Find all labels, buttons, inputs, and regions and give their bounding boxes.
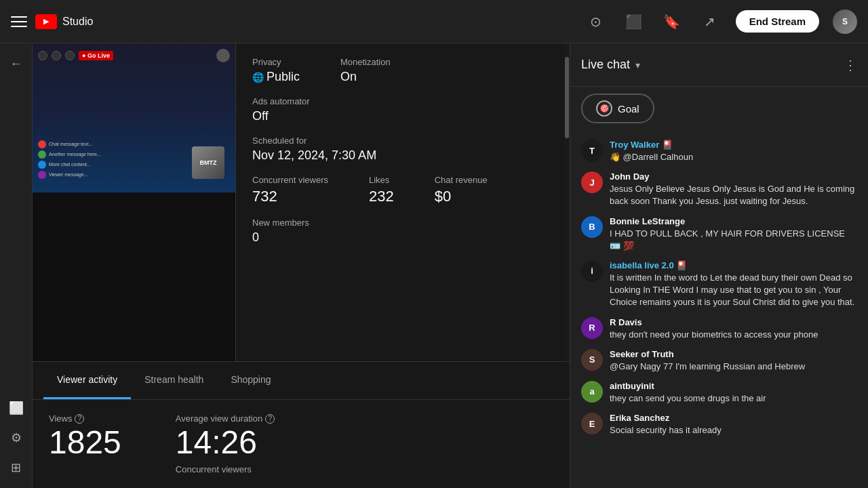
message-avatar: E	[581, 413, 603, 434]
message-avatar: T	[581, 140, 603, 161]
detail-row-scheduled: Scheduled for Nov 12, 2024, 7:30 AM	[252, 136, 548, 163]
message-author: isabella live 2.0 🎴	[610, 260, 857, 270]
stats-area: Views ? 1825 Average view duration ? 14:…	[33, 399, 570, 488]
monetization-value: On	[340, 70, 391, 84]
chat-message: JJohn DayJesus Only Believe Jesus Only J…	[570, 167, 868, 211]
detail-row-privacy: Privacy 🌐 Public Monetization On	[252, 57, 548, 84]
goal-button[interactable]: 🎯 Goal	[581, 94, 654, 123]
grid-icon[interactable]: ⊞	[4, 455, 28, 480]
monetization-icon[interactable]: ⊙	[584, 9, 608, 34]
goal-label: Goal	[618, 103, 639, 115]
stream-details: Privacy 🌐 Public Monetization On Ads aut…	[236, 43, 564, 361]
live-badge: ● Go Live	[79, 51, 113, 60]
message-content: Seeker of Truth@Gary Nagy 77 I'm learnin…	[610, 349, 805, 373]
chat-message: RR Davisthey don't need your biometrics …	[570, 313, 868, 345]
views-label: Views ?	[49, 413, 121, 424]
message-content: R Davisthey don't need your biometrics t…	[610, 317, 818, 341]
tabs-bar: Viewer activity Stream health Shopping	[33, 361, 570, 399]
message-text: Jesus Only Believe Jesus Only Jesus is G…	[610, 183, 857, 207]
chat-dropdown-icon[interactable]: ▾	[635, 60, 640, 70]
chat-message: EErika SanchezSocial security has it alr…	[570, 409, 868, 441]
chat-title-area: Live chat ▾	[581, 58, 640, 72]
logo-area: Studio	[35, 14, 93, 29]
concurrent-item: Concurrent viewers 732	[252, 175, 328, 205]
message-content: aintbuyinitthey can send you some drugs …	[610, 381, 766, 405]
privacy-label: Privacy	[252, 57, 300, 67]
message-author: Erika Sanchez	[610, 413, 722, 423]
message-text: they don't need your biometrics to acces…	[610, 329, 818, 341]
likes-item: Likes 232	[369, 175, 394, 205]
chat-header: Live chat ▾ ⋮	[570, 43, 868, 87]
settings-icon[interactable]: ⚙	[4, 426, 28, 450]
message-author: aintbuyinit	[610, 381, 766, 391]
stream-info-area: ● Go Live Chat message text... Anot	[33, 43, 570, 361]
video-icon[interactable]: ⬛	[622, 9, 646, 34]
center-scrollbar[interactable]	[564, 43, 570, 361]
avg-duration-block: Average view duration ? 14:26 Concurrent…	[176, 413, 275, 474]
tab-viewer-activity[interactable]: Viewer activity	[43, 362, 131, 399]
concurrent-sub-label: Concurrent viewers	[176, 464, 275, 474]
avg-duration-info-icon[interactable]: ?	[265, 414, 275, 424]
scheduled-item: Scheduled for Nov 12, 2024, 7:30 AM	[252, 136, 376, 163]
avg-duration-value: 14:26	[176, 426, 275, 459]
nav-left: Studio	[11, 14, 573, 30]
detail-row-members: New members 0	[252, 218, 548, 245]
preview-chat-list: Chat message text... Another message her…	[38, 140, 230, 179]
external-link-icon[interactable]: ⬜	[4, 396, 28, 420]
message-avatar: B	[581, 216, 603, 238]
message-avatar: i	[581, 260, 603, 282]
concurrent-value: 732	[252, 188, 328, 205]
bookmark-icon[interactable]: 🔖	[660, 9, 684, 34]
chat-message: BBonnie LeStrangeI HAD TO PULL BACK , MY…	[570, 212, 868, 256]
ads-item: Ads automator Off	[252, 96, 310, 123]
views-info-icon[interactable]: ?	[75, 414, 84, 424]
revenue-label: Chat revenue	[435, 175, 488, 185]
studio-text: Studio	[62, 16, 93, 28]
message-author: Seeker of Truth	[610, 349, 805, 359]
end-stream-button[interactable]: End Stream	[736, 10, 819, 33]
preview-panel: ● Go Live Chat message text... Anot	[33, 43, 236, 361]
tab-stream-health[interactable]: Stream health	[131, 362, 217, 399]
ads-value: Off	[252, 109, 310, 123]
message-author: R Davis	[610, 317, 818, 327]
message-text: I HAD TO PULL BACK , MY HAIR FOR DRIVERS…	[610, 228, 857, 252]
scroll-thumb	[565, 57, 569, 138]
message-content: Troy Walker 🎴👋 @Darrell Calhoun	[610, 140, 693, 163]
chat-message: aaintbuyinitthey can send you some drugs…	[570, 377, 868, 409]
detail-row-ads: Ads automator Off	[252, 96, 548, 123]
message-text: Social security has it already	[610, 424, 722, 436]
message-author: Bonnie LeStrange	[610, 216, 857, 226]
members-label: New members	[252, 218, 309, 228]
members-value: 0	[252, 230, 309, 245]
tab-shopping[interactable]: Shopping	[217, 362, 284, 399]
scheduled-value: Nov 12, 2024, 7:30 AM	[252, 148, 376, 163]
privacy-item: Privacy 🌐 Public	[252, 57, 300, 84]
share-icon[interactable]: ↗	[698, 9, 722, 34]
back-button[interactable]: ←	[4, 52, 28, 76]
message-avatar: S	[581, 349, 603, 371]
right-chat-panel: Live chat ▾ ⋮ 🎯 Goal TTroy Walker 🎴👋 @Da…	[570, 43, 868, 488]
message-author: Troy Walker 🎴	[610, 140, 693, 150]
chat-messages: TTroy Walker 🎴👋 @Darrell CalhounJJohn Da…	[570, 130, 868, 488]
top-navigation: Studio ⊙ ⬛ 🔖 ↗ End Stream S	[0, 0, 868, 43]
message-text: 👋 @Darrell Calhoun	[610, 151, 693, 163]
hamburger-menu[interactable]	[11, 14, 27, 30]
chat-message: SSeeker of Truth@Gary Nagy 77 I'm learni…	[570, 345, 868, 377]
main-layout: ← ⬜ ⚙ ⊞ ● Go Live	[0, 43, 868, 488]
scheduled-label: Scheduled for	[252, 136, 376, 146]
chat-message: iisabella live 2.0 🎴It is written In the…	[570, 256, 868, 313]
user-avatar[interactable]: S	[833, 9, 857, 34]
youtube-icon	[35, 14, 57, 29]
preview-inner: ● Go Live Chat message text... Anot	[33, 43, 235, 192]
message-content: Bonnie LeStrangeI HAD TO PULL BACK , MY …	[610, 216, 857, 252]
avg-duration-label: Average view duration ?	[176, 413, 275, 424]
members-item: New members 0	[252, 218, 309, 245]
revenue-item: Chat revenue $0	[435, 175, 488, 205]
message-content: Erika SanchezSocial security has it alre…	[610, 413, 722, 436]
nav-icons: ⊙ ⬛ 🔖 ↗ End Stream S	[584, 9, 857, 34]
monetization-label: Monetization	[340, 57, 391, 67]
message-text: It is written In the word to Let the dea…	[610, 272, 857, 309]
message-text: they can send you some drugs in the air	[610, 392, 766, 405]
chat-menu-button[interactable]: ⋮	[844, 57, 857, 73]
ads-label: Ads automator	[252, 96, 310, 106]
